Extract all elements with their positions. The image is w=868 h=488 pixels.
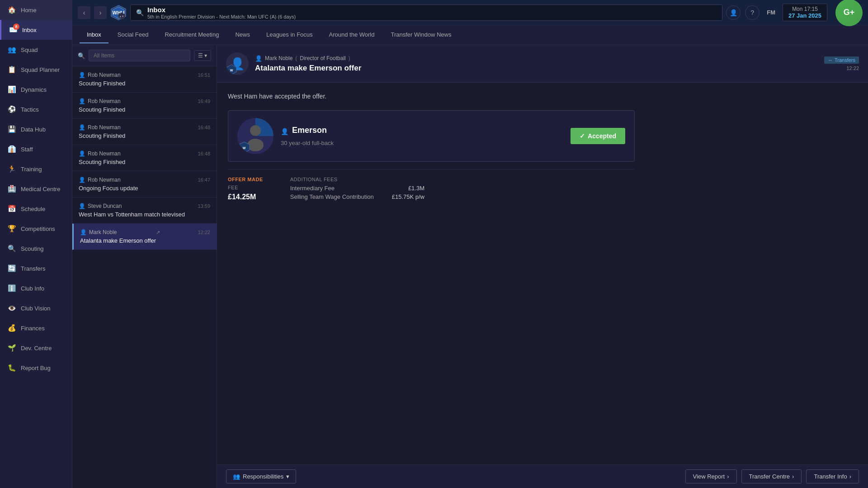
time-display: Mon 17:15 [788,6,821,12]
person-icon: 👤 [79,203,85,209]
msg-time: 16:49 [198,99,210,104]
sidebar-item-schedule[interactable]: 📅 Schedule [0,199,72,219]
responsibilities-icon: 👥 [233,473,240,480]
sender-name: Mark Noble [265,55,292,61]
inbox-search-input[interactable] [89,50,190,61]
message-item-msg6[interactable]: 👤 Steve Duncan 13:59 West Ham vs Tottenh… [72,197,217,224]
sidebar-item-label: Competitions [21,225,55,232]
message-item-msg2[interactable]: 👤 Rob Newman 16:49 Scouting Finished [72,93,217,119]
fm-logo: FM [764,7,778,18]
msg-subject: Scouting Finished [79,106,210,113]
view-report-button[interactable]: View Report › [685,469,737,483]
home-icon: 🏠 [7,5,16,14]
responsibilities-chevron: ▾ [286,473,289,480]
additional-fees-label: ADDITIONAL FEES [290,177,425,182]
badge-inbox: 8 [13,23,19,30]
sidebar-item-dev-centre[interactable]: 🌱 Dev. Centre [0,338,72,358]
player-info: 👤 Emerson 30 year-old full-back [281,126,563,146]
manager-icon-button[interactable]: 👤 [726,5,741,20]
sidebar-item-report-bug[interactable]: 🐛 Report Bug [0,358,72,378]
message-item-msg7[interactable]: 👤 Mark Noble ↗ 12:22 Atalanta make Emers… [72,224,217,250]
message-from-line: 👤 Mark Noble ( Director of Football ) [255,55,818,62]
search-icon: 🔍 [136,9,144,16]
forward-arrow-icon: ↗ [156,230,160,235]
content-area: 🔍 ☰ ▾ 👤 Rob Newman 16:51 Scouting Finish… [72,45,868,488]
next-match-button[interactable]: G+ [835,0,863,26]
sidebar-item-club-info[interactable]: ℹ️ Club Info [0,278,72,298]
msg-header: 👤 Mark Noble ↗ 12:22 [80,229,210,235]
svg-text:W: W [230,69,233,72]
page-title-input[interactable] [147,6,235,14]
accepted-label: Accepted [588,132,616,140]
message-item-msg4[interactable]: 👤 Rob Newman 16:48 Scouting Finished [72,145,217,171]
sidebar-item-medical[interactable]: 🏥 Medical Centre [0,179,72,199]
sidebar-item-club-vision[interactable]: 👁️ Club Vision [0,298,72,318]
sidebar-item-label: Dev. Centre [21,345,52,352]
tab-social-feed[interactable]: Social Feed [110,27,156,43]
intermediary-fee-label: Intermediary Fee [290,185,335,192]
msg-subject: Atalanta make Emerson offer [80,237,210,244]
sidebar-item-staff[interactable]: 👔 Staff [0,139,72,159]
responsibilities-button[interactable]: 👥 Responsibilities ▾ [226,469,296,483]
sidebar-item-competitions[interactable]: 🏆 Competitions [0,219,72,239]
accepted-button[interactable]: ✓ Accepted [571,128,625,144]
msg-time: 13:59 [198,203,210,209]
offer-made-label: OFFER MADE [228,177,263,182]
dynamics-icon: 📊 [7,85,16,94]
tab-news[interactable]: News [228,27,257,43]
player-card: W 👤 Emerson 30 year-old full-back ✓ Acce… [228,110,635,162]
sidebar-item-transfers[interactable]: 🔄 Transfers [0,258,72,278]
filter-button[interactable]: ☰ ▾ [194,50,211,61]
tab-transfer-window-news[interactable]: Transfer Window News [384,27,459,43]
sidebar-item-scouting[interactable]: 🔍 Scouting [0,239,72,258]
msg-sender: 👤 Rob Newman [79,98,121,104]
sidebar-item-finances[interactable]: 💰 Finances [0,318,72,338]
sidebar-item-tactics[interactable]: ⚽ Tactics [0,99,72,119]
club-vision-icon: 👁️ [7,304,16,313]
msg-subject: Scouting Finished [79,159,210,165]
player-name: Emerson [292,126,327,135]
sidebar-item-inbox[interactable]: ✉️ Inbox 8 [0,20,72,40]
message-item-msg3[interactable]: 👤 Rob Newman 16:48 Scouting Finished [72,119,217,145]
message-item-msg1[interactable]: 👤 Rob Newman 16:51 Scouting Finished [72,66,217,93]
message-detail: 👤 W 👤 Mark Noble ( Director of Football … [217,45,868,488]
transfer-centre-button[interactable]: Transfer Centre › [741,469,802,483]
msg-sender: 👤 Rob Newman [79,124,121,131]
filter-icon: ☰ [198,52,203,59]
msg-sender: 👤 Rob Newman [79,177,121,183]
sidebar-item-training[interactable]: 🏃 Training [0,159,72,179]
sidebar-item-data-hub[interactable]: 💾 Data Hub [0,119,72,139]
back-button[interactable]: ‹ [78,6,90,19]
message-subject: Atalanta make Emerson offer [255,64,818,73]
sidebar-item-dynamics[interactable]: 📊 Dynamics [0,80,72,99]
msg-time: 16:48 [198,125,210,130]
tag-icon: ↔ [828,57,833,63]
sidebar: 🏠 Home ✉️ Inbox 8 👥 Squad 📋 Squad Planne… [0,0,72,488]
sender-role: Director of Football [300,55,345,61]
topbar-right: 👤 ? FM Mon 17:15 27 Jan 2025 G+ [726,0,863,26]
sidebar-item-home[interactable]: 🏠 Home [0,0,72,20]
wage-contribution-row: Selling Team Wage Contribution £15.75K p… [290,193,425,200]
sender-avatar: 👤 W [226,52,249,75]
sidebar-item-label: Club Info [21,285,44,292]
topbar: ‹ › WHU ▲▼ 🔍 5th in English Premier Divi… [72,0,868,25]
additional-fees-col: ADDITIONAL FEES Intermediary Fee £1.3M S… [290,177,425,202]
scouting-icon: 🔍 [7,244,16,253]
inbox-list: 🔍 ☰ ▾ 👤 Rob Newman 16:51 Scouting Finish… [72,45,217,488]
help-button[interactable]: ? [745,5,760,20]
responsibilities-label: Responsibilities [243,473,283,480]
msg-header: 👤 Rob Newman 16:48 [79,124,210,131]
transfer-info-button[interactable]: Transfer Info › [806,469,859,483]
msg-header: 👤 Rob Newman 16:51 [79,72,210,78]
tab-around-the-world[interactable]: Around the World [322,27,382,43]
tab-leagues-in-focus[interactable]: Leagues in Focus [259,27,320,43]
competitions-icon: 🏆 [7,224,16,233]
tab-recruitment-meeting[interactable]: Recruitment Meeting [157,27,226,43]
sidebar-item-squad-planner[interactable]: 📋 Squad Planner [0,60,72,80]
sidebar-item-label: Data Hub [21,126,46,133]
msg-header: 👤 Rob Newman 16:47 [79,177,210,183]
sidebar-item-squad[interactable]: 👥 Squad [0,40,72,60]
message-item-msg5[interactable]: 👤 Rob Newman 16:47 Ongoing Focus update [72,171,217,197]
forward-button[interactable]: › [94,6,107,19]
tab-inbox[interactable]: Inbox [80,27,108,43]
